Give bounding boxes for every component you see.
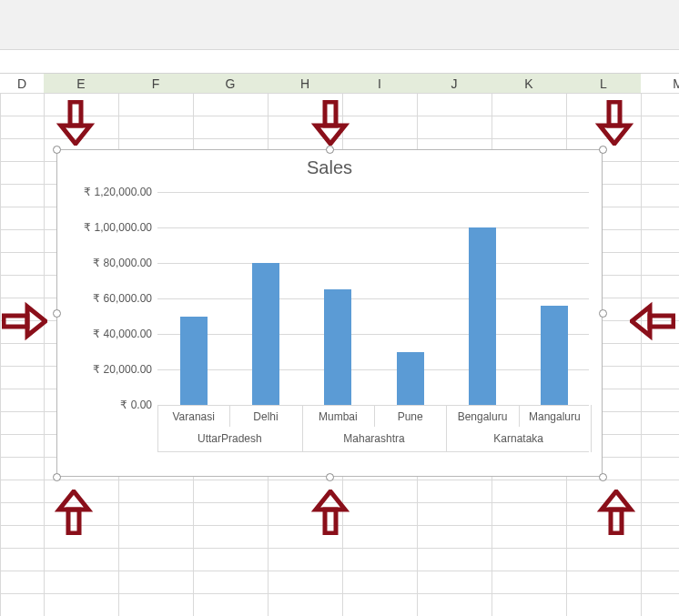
column-header-L[interactable]: L [566,74,642,94]
selection-handle[interactable] [53,146,61,154]
selection-handle[interactable] [326,146,334,154]
selection-handle[interactable] [599,473,607,481]
x-axis-label: Pune [374,410,446,423]
selection-handle[interactable] [599,309,607,318]
column-header-F[interactable]: F [118,74,194,94]
category-axis: VaranasiDelhiUttarPradeshMumbaiPuneMahar… [157,405,589,452]
svg-rect-12 [325,510,336,533]
chart-gridline [157,369,589,370]
svg-marker-3 [316,126,345,144]
svg-marker-13 [316,491,345,510]
svg-rect-14 [611,510,622,533]
svg-marker-7 [27,307,46,336]
category-group-divider [591,405,592,452]
y-axis-tick: ₹ 1,20,000.00 [61,186,152,198]
column-header-I[interactable]: I [342,74,418,94]
column-header-G[interactable]: G [193,74,269,94]
column-header-K[interactable]: K [492,74,567,94]
bar-pune[interactable] [397,352,424,406]
annotation-arrow-right-icon [2,298,47,344]
category-item-divider [519,405,520,427]
x-axis-label: Delhi [229,410,301,423]
bar-delhi[interactable] [252,263,279,405]
x-axis-label: Mangaluru [519,410,591,423]
svg-rect-8 [650,316,674,327]
svg-rect-2 [325,102,336,126]
y-axis-tick: ₹ 1,00,000.00 [61,221,152,234]
annotation-arrow-down-icon [53,100,98,146]
column-header-M[interactable]: M [641,74,679,94]
column-header-H[interactable]: H [268,74,343,94]
selection-handle[interactable] [53,309,61,318]
bar-varanasi[interactable] [180,317,208,406]
chart-gridline [157,227,589,228]
gridline-v [44,93,45,616]
category-item-divider [374,405,375,427]
x-axis-label: Mumbai [302,410,374,423]
svg-rect-10 [68,510,79,533]
plot-area[interactable] [157,192,589,405]
selection-handle[interactable] [53,473,61,481]
y-axis-tick: ₹ 0.00 [61,399,152,411]
column-headers-row: DEFGHIJKLM [0,73,679,95]
x-axis-label: Bengaluru [446,410,518,423]
annotation-arrow-up-icon [593,490,639,535]
svg-marker-11 [59,491,88,510]
x-axis-label: Varanasi [157,410,229,423]
x-axis-group-label: Maharashtra [302,432,447,445]
y-axis-tick: ₹ 20,000.00 [61,363,152,376]
selection-handle[interactable] [326,473,334,481]
svg-rect-4 [609,102,620,126]
category-axis-baseline [157,451,589,452]
gridline-h [0,593,679,594]
bar-mangaluru[interactable] [541,306,568,405]
svg-marker-9 [632,307,650,336]
y-axis-tick: ₹ 80,000.00 [61,257,152,269]
chart-title[interactable]: Sales [57,150,602,178]
annotation-arrow-down-icon [308,100,353,146]
y-axis-tick: ₹ 40,000.00 [61,328,152,340]
chart-object[interactable]: Sales VaranasiDelhiUttarPradeshMumbaiPun… [56,149,603,477]
selection-handle[interactable] [599,146,607,154]
svg-marker-1 [61,126,90,144]
annotation-arrow-up-icon [51,490,96,535]
svg-rect-6 [4,316,27,327]
column-header-J[interactable]: J [417,74,492,94]
chart-gridline [157,263,589,264]
gridline-h [0,93,679,94]
svg-marker-15 [602,491,631,510]
annotation-arrow-down-icon [592,100,637,146]
gridline-v [641,93,642,616]
column-header-E[interactable]: E [44,74,119,94]
y-axis-tick: ₹ 60,000.00 [61,292,152,305]
x-axis-group-label: UttarPradesh [157,432,302,445]
gridline-h [0,548,679,549]
chart-gridline [157,298,589,299]
svg-marker-5 [600,126,629,144]
category-item-divider [229,405,230,427]
gridline-h [0,480,679,480]
bar-mumbai[interactable] [324,289,351,405]
x-axis-group-label: Karnataka [446,432,591,445]
svg-rect-0 [70,102,81,126]
gridline-h [0,571,679,571]
annotation-arrow-left-icon [630,298,675,344]
ribbon-strip [0,0,679,50]
gridline-v [0,93,1,616]
chart-gridline [157,334,589,335]
column-header-D[interactable]: D [0,74,45,94]
chart-gridline [157,192,589,193]
annotation-arrow-up-icon [308,490,353,535]
bar-bengaluru[interactable] [469,227,496,405]
